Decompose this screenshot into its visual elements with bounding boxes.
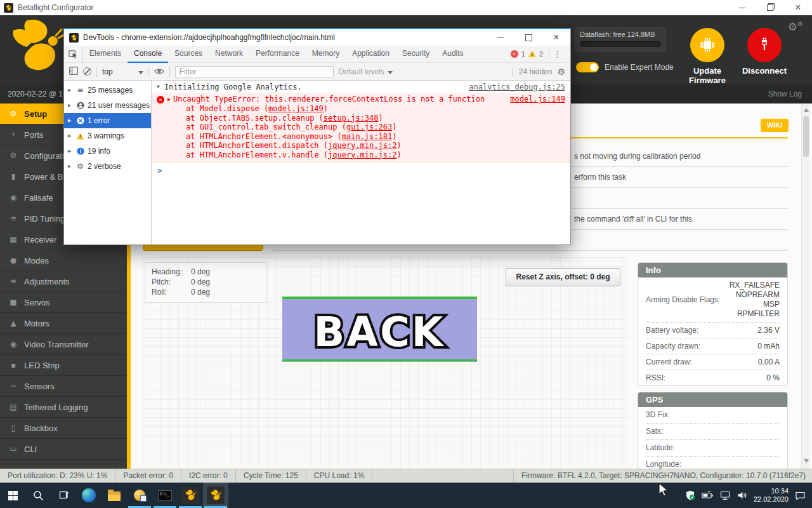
disclosure-triangle-icon[interactable] [68,103,73,108]
source-link[interactable]: model.js:149 [268,104,324,113]
source-link[interactable]: model.js:149 [510,95,565,104]
disclosure-triangle-icon[interactable] [68,88,73,93]
error-icon [157,96,164,104]
filter-errors[interactable]: 1 error [64,113,151,128]
devtools-menu-icon[interactable] [549,50,566,59]
taskbar-terminal-button[interactable] [152,483,178,508]
task-view-button[interactable] [51,483,76,508]
windows-logo-icon [8,491,18,500]
wiki-button[interactable]: WIKI [761,119,789,132]
source-link[interactable]: analytics_debug.js:25 [469,83,565,91]
scroll-up-arrow-icon[interactable] [804,108,809,112]
sidebar-item-label: LED Strip [24,361,60,370]
source-link[interactable]: jquery.min.js:2 [328,141,396,150]
sidebar-item-motors[interactable]: Motors [0,313,127,334]
expert-mode-toggle[interactable] [576,62,599,72]
sidebar-item-blackbox[interactable]: Blackbox [0,418,127,439]
content-scrollbar[interactable] [801,104,810,469]
disclosure-triangle-icon[interactable] [68,133,73,138]
inspect-element-icon[interactable] [64,46,83,63]
collapse-triangle-icon[interactable] [157,84,160,90]
sidebar-item-label: Setup [24,109,47,119]
sidebar-item-tethered-logging[interactable]: Tethered Logging [0,397,127,418]
filter-info[interactable]: 19 info [64,144,151,159]
taskbar-search-button[interactable] [25,483,51,508]
filter-all-messages[interactable]: ≡25 messages [64,83,151,98]
sidebar-item-modes[interactable]: Modes [0,250,127,271]
tab-network[interactable]: Network [209,46,249,63]
sidebar-item-sensors[interactable]: Sensors [0,376,127,397]
betaflight-app-icon [4,3,13,13]
tab-audits[interactable]: Audits [436,46,469,63]
tab-performance[interactable]: Performance [249,46,306,63]
network-icon[interactable] [720,491,731,500]
sidebar-item-video-transmitter[interactable]: Video Transmitter [0,334,127,355]
action-center-icon[interactable] [795,491,806,500]
source-link[interactable]: jquery.min.js:2 [328,150,396,159]
tab-sources[interactable]: Sources [168,46,209,63]
eye-icon[interactable] [154,66,164,77]
sidebar-item-cli[interactable]: CLI [0,439,127,460]
dataflash-label: Dataflash: free 124.8MB [580,30,661,38]
app-minimize-button[interactable] [728,0,756,15]
taskbar-edge-button[interactable] [76,483,102,508]
usb-disconnect-icon [747,28,782,62]
console-settings-gear-icon[interactable] [557,67,565,77]
reset-z-axis-button[interactable]: Reset Z axis, offset: 0 deg [506,268,620,286]
clear-console-icon[interactable] [83,67,91,76]
gps-panel: GPS 3D Fix: Sats: Latitude: Longitude: [638,392,788,469]
console-prompt[interactable]: > [152,163,570,179]
devtools-titlebar[interactable]: DevTools - chrome-extension://ajdoecjhpl… [64,29,570,46]
security-shield-icon[interactable] [685,490,695,500]
taskbar-clock[interactable]: 10:34 22.02.2020 [754,487,789,504]
sidebar-item-label: Servos [24,298,49,307]
scrollbar-thumb[interactable] [803,116,809,157]
console-filter-input[interactable] [175,66,334,77]
tab-memory[interactable]: Memory [306,46,346,63]
filter-warnings[interactable]: 3 warnings [64,128,151,144]
devtools-close-button[interactable] [542,29,570,46]
filter-user-messages[interactable]: 21 user messages [64,98,151,113]
tab-application[interactable]: Application [346,46,396,63]
gps-sats-row: Sats: [646,424,780,440]
source-link[interactable]: setup.js:348 [324,114,379,123]
sidebar-item-label: Ports [24,130,43,140]
disclosure-triangle-icon[interactable] [68,164,73,169]
app-close-button[interactable] [784,0,812,15]
devtools-maximize-button[interactable] [514,29,542,46]
disconnect-button[interactable]: Disconnect [733,28,796,76]
start-button[interactable] [0,483,25,508]
expand-triangle-icon[interactable] [167,95,171,104]
scroll-down-arrow-icon[interactable] [804,459,809,463]
taskbar-betaflight-button[interactable] [178,483,203,508]
chip-icon [690,28,724,62]
app-restore-button[interactable] [756,0,784,15]
stack-frame: at HTMLAnchorElement.<anonymous> (main.j… [157,132,565,142]
tab-console[interactable]: Console [128,46,168,63]
log-levels-select[interactable]: Default levels [339,67,393,76]
tab-elements[interactable]: Elements [83,46,128,63]
console-sidebar-toggle-icon[interactable] [69,66,78,77]
taskbar-betaflight-active-button[interactable] [203,483,228,508]
update-firmware-button[interactable]: Update Firmware [676,28,739,85]
disclosure-triangle-icon[interactable] [68,149,73,154]
app-titlebar[interactable]: Betaflight Configurator [0,0,812,15]
devtools-minimize-button[interactable] [487,29,514,46]
battery-icon[interactable] [702,491,714,500]
disclosure-triangle-icon[interactable] [68,118,73,123]
source-link[interactable]: main.js:181 [342,132,392,141]
sidebar-item-servos[interactable]: Servos [0,292,127,313]
blackbox-icon [8,424,18,432]
sidebar-item-led-strip[interactable]: LED Strip [0,355,127,376]
i2c-error: I2C error: 0 [181,469,236,483]
taskbar-file-explorer-button[interactable] [102,483,127,508]
source-link[interactable]: gui.js:263 [346,123,392,131]
taskbar-putty-button[interactable] [127,483,152,508]
execution-context-select[interactable]: top [102,67,143,76]
current-draw-row: Current draw: 0.00 A [646,354,780,370]
filter-verbose[interactable]: ⚙2 verbose [64,159,151,174]
tab-security[interactable]: Security [396,46,436,63]
speaker-icon[interactable] [737,491,747,500]
sidebar-item-adjustments[interactable]: Adjustments [0,271,127,292]
sidebar-item-label: Failsafe [24,193,53,203]
